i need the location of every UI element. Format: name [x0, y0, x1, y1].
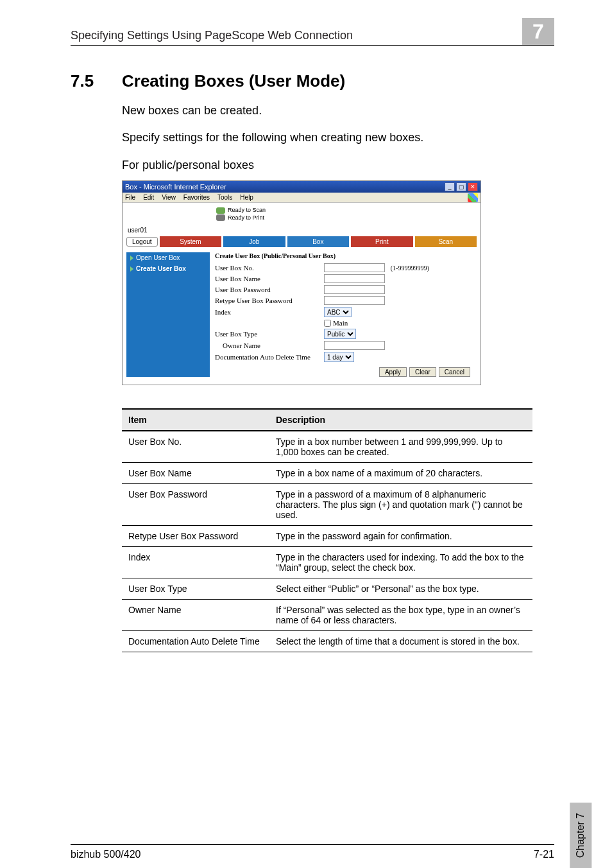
- section-title: Creating Boxes (User Mode): [122, 71, 345, 91]
- user-box-name-input[interactable]: [324, 274, 385, 283]
- main-checkbox-input[interactable]: [324, 320, 331, 327]
- label-user-box-password: User Box Password: [215, 286, 324, 293]
- table-row: User Box TypeSelect either “Public” or “…: [122, 578, 532, 600]
- label-retype-password: Retype User Box Password: [215, 297, 324, 304]
- sidebar-item-label: Open User Box: [136, 254, 180, 261]
- tab-system[interactable]: System: [160, 236, 221, 247]
- arrow-icon: [130, 266, 133, 272]
- scanner-icon: [216, 207, 225, 214]
- table-header-description: Description: [269, 409, 532, 431]
- sidebar-item-open-user-box[interactable]: Open User Box: [126, 252, 210, 263]
- label-user-box-name: User Box Name: [215, 275, 324, 282]
- tab-scan[interactable]: Scan: [415, 236, 477, 247]
- table-cell-description: Select the length of time that a documen…: [269, 631, 532, 652]
- window-title: Box - Microsoft Internet Explorer: [125, 183, 226, 191]
- table-row: User Box NameType in a box name of a max…: [122, 463, 532, 484]
- logout-button[interactable]: Logout: [126, 237, 158, 247]
- table-cell-description: Select either “Public” or “Personal” as …: [269, 578, 532, 600]
- printer-icon: [216, 214, 225, 221]
- close-button[interactable]: ✕: [468, 182, 478, 191]
- window-titlebar: Box - Microsoft Internet Explorer _ ▢ ✕: [123, 181, 480, 193]
- maximize-button[interactable]: ▢: [456, 182, 466, 191]
- label-auto-delete-time: Documentation Auto Delete Time: [215, 353, 324, 361]
- user-label: user01: [128, 227, 477, 234]
- table-cell-item: Owner Name: [122, 600, 269, 631]
- table-row: IndexType in the characters used for ind…: [122, 547, 532, 578]
- table-cell-item: User Box Name: [122, 463, 269, 484]
- table-cell-description: Type in the password again for confirmat…: [269, 526, 532, 547]
- browser-menubar: File Edit View Favorites Tools Help: [123, 193, 480, 203]
- minimize-button[interactable]: _: [445, 182, 455, 191]
- left-nav: Open User Box Create User Box: [126, 252, 210, 377]
- table-cell-item: User Box No.: [122, 431, 269, 463]
- table-row: User Box No.Type in a box number between…: [122, 431, 532, 463]
- user-box-password-input[interactable]: [324, 285, 385, 294]
- table-cell-item: User Box Password: [122, 484, 269, 526]
- footer-left: bizhub 500/420: [71, 849, 140, 860]
- retype-password-input[interactable]: [324, 296, 385, 305]
- table-row: User Box PasswordType in a password of a…: [122, 484, 532, 526]
- owner-name-input[interactable]: [324, 341, 385, 350]
- status-scan: Ready to Scan: [228, 207, 266, 214]
- footer-right: 7-21: [534, 849, 554, 860]
- user-box-type-select[interactable]: Public: [324, 329, 356, 339]
- table-cell-item: Retype User Box Password: [122, 526, 269, 547]
- tab-print[interactable]: Print: [351, 236, 412, 247]
- paragraph: New boxes can be created.: [122, 103, 554, 118]
- apply-button[interactable]: Apply: [379, 367, 407, 377]
- menu-edit[interactable]: Edit: [143, 194, 154, 201]
- table-cell-item: Documentation Auto Delete Time: [122, 631, 269, 652]
- label-user-box-type: User Box Type: [215, 330, 324, 338]
- user-box-no-input[interactable]: [324, 263, 385, 272]
- label-user-box-no: User Box No.: [215, 264, 324, 272]
- index-select[interactable]: ABC: [324, 307, 352, 317]
- main-checkbox-label: Main: [333, 319, 348, 327]
- tab-box[interactable]: Box: [287, 236, 349, 247]
- paragraph: For public/personal boxes: [122, 157, 554, 173]
- arrow-icon: [130, 256, 133, 261]
- table-cell-description: Type in a box number between 1 and 999,9…: [269, 431, 532, 463]
- table-cell-description: Type in the characters used for indexing…: [269, 547, 532, 578]
- table-cell-description: Type in a box name of a maximum of 20 ch…: [269, 463, 532, 484]
- label-owner-name: Owner Name: [215, 342, 324, 349]
- side-chapter-label: Chapter 7: [570, 803, 591, 868]
- sidebar-item-label: Create User Box: [136, 265, 186, 272]
- menu-file[interactable]: File: [125, 194, 135, 201]
- user-box-no-hint: (1-999999999): [391, 265, 429, 272]
- auto-delete-time-select[interactable]: 1 day: [324, 352, 354, 362]
- table-cell-item: Index: [122, 547, 269, 578]
- definitions-table: Item Description User Box No.Type in a b…: [122, 408, 532, 652]
- menu-view[interactable]: View: [162, 194, 176, 201]
- table-row: Documentation Auto Delete TimeSelect the…: [122, 631, 532, 652]
- chapter-number-box: 7: [522, 18, 554, 45]
- cancel-button[interactable]: Cancel: [439, 367, 470, 377]
- menu-help[interactable]: Help: [240, 194, 253, 201]
- clear-button[interactable]: Clear: [409, 367, 436, 377]
- main-checkbox[interactable]: Main: [324, 319, 348, 327]
- tab-job[interactable]: Job: [223, 236, 285, 247]
- device-status: Ready to Scan Ready to Print: [216, 207, 266, 221]
- menu-favorites[interactable]: Favorites: [183, 194, 210, 201]
- sidebar-item-create-user-box[interactable]: Create User Box: [126, 263, 210, 274]
- menu-tools[interactable]: Tools: [217, 194, 232, 201]
- table-row: Retype User Box PasswordType in the pass…: [122, 526, 532, 547]
- table-cell-description: If “Personal” was selected as the box ty…: [269, 600, 532, 631]
- ie-flag-icon: [468, 193, 478, 202]
- section-number: 7.5: [71, 71, 122, 91]
- table-cell-description: Type in a password of a maximum of 8 alp…: [269, 484, 532, 526]
- label-index: Index: [215, 308, 324, 316]
- paragraph: Specify settings for the following when …: [122, 130, 554, 145]
- side-label: Specifying Settings Using PageScope Web …: [570, 803, 591, 868]
- table-cell-item: User Box Type: [122, 578, 269, 600]
- status-print: Ready to Print: [228, 214, 264, 222]
- table-row: Owner NameIf “Personal” was selected as …: [122, 600, 532, 631]
- running-header: Specifying Settings Using PageScope Web …: [71, 29, 517, 42]
- table-header-item: Item: [122, 409, 269, 431]
- form-title: Create User Box (Public/Personal User Bo…: [215, 252, 477, 259]
- browser-window: Box - Microsoft Internet Explorer _ ▢ ✕ …: [122, 180, 481, 385]
